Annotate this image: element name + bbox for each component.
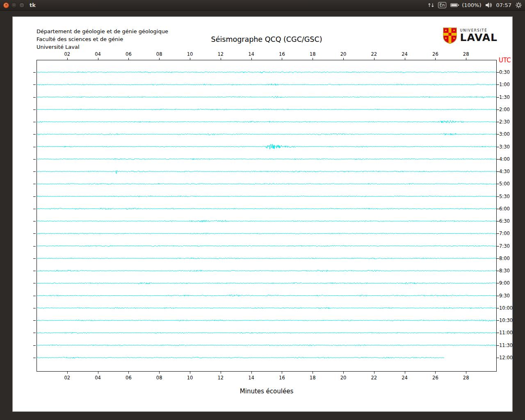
seismogram-trace-row (37, 245, 496, 247)
x-tick-label-bottom: 14 (245, 375, 258, 381)
row-tick-left (33, 171, 36, 172)
page-title: Séismographe QCQ (CGC/GSC) (37, 35, 497, 43)
row-tick-left (33, 283, 36, 283)
window-maximize-button[interactable]: ▢ (19, 2, 25, 8)
row-tick-left (33, 233, 36, 234)
row-tick-right (497, 196, 499, 197)
seismogram-trace-row (37, 258, 496, 259)
row-tick-right (497, 358, 499, 358)
battery-percent-label: (100%) (462, 2, 481, 8)
row-tick-right (497, 283, 499, 283)
row-tick-left (33, 159, 36, 160)
x-tick-mark-top (374, 58, 374, 60)
x-tick-mark-bottom (190, 372, 190, 374)
row-tick-left (33, 147, 36, 147)
institution-line-1: Département de géologie et de génie géol… (37, 27, 168, 35)
x-tick-mark-bottom (67, 372, 68, 374)
x-tick-label-top: 06 (122, 51, 135, 57)
x-tick-label-bottom: 18 (306, 375, 319, 381)
battery-icon[interactable] (450, 3, 458, 7)
seismogram-trace-row (37, 220, 496, 222)
row-tick-right (497, 122, 499, 122)
row-tick-left (33, 110, 36, 110)
row-tick-left (33, 209, 36, 209)
utc-row-label: 5:00 (499, 181, 518, 187)
row-tick-right (497, 147, 499, 147)
seismogram-trace-row (37, 332, 496, 333)
x-tick-label-bottom: 16 (276, 375, 288, 381)
x-tick-label-bottom: 06 (122, 375, 135, 381)
x-tick-mark-top (251, 58, 252, 60)
x-tick-mark-top (159, 58, 160, 60)
row-tick-right (497, 296, 499, 296)
x-tick-label-bottom: 12 (215, 375, 227, 381)
row-tick-left (33, 134, 36, 135)
x-tick-label-bottom: 02 (61, 375, 73, 381)
seismogram-traces (37, 60, 497, 372)
row-tick-right (497, 97, 499, 98)
row-tick-right (497, 159, 499, 160)
network-arrows-icon[interactable]: ↑↓ (427, 2, 434, 8)
institution-line-3: Université Laval (37, 43, 168, 51)
utc-row-label: 3:30 (499, 144, 518, 150)
row-tick-left (33, 122, 36, 122)
row-tick-right (497, 345, 499, 346)
utc-label: UTC (499, 57, 511, 64)
x-tick-mark-bottom (343, 372, 344, 374)
row-tick-right (497, 308, 499, 308)
window-minimize-button[interactable]: – (11, 2, 17, 8)
logo-laval-text: LAVAL (460, 32, 498, 43)
window-close-button[interactable]: ✕ (3, 2, 9, 8)
row-tick-left (33, 258, 36, 259)
x-tick-label-top: 20 (337, 51, 349, 57)
x-tick-mark-top (128, 58, 129, 60)
utc-row-label: 2:30 (499, 119, 518, 125)
clock[interactable]: 07:57 (496, 2, 511, 8)
volume-icon[interactable] (486, 2, 492, 8)
top-panel: ✕ – ▢ tk ↑↓ En (100%) 07:57 (0, 0, 525, 11)
laval-shield-icon (443, 27, 457, 44)
row-tick-right (497, 258, 499, 259)
row-tick-right (497, 84, 499, 85)
keyboard-layout-indicator[interactable]: En (438, 2, 447, 8)
x-tick-label-bottom: 10 (184, 375, 196, 381)
utc-row-label: 1:30 (499, 94, 518, 100)
row-tick-right (497, 72, 499, 73)
utc-row-label: 8:00 (499, 256, 518, 261)
utc-row-label: 7:00 (499, 231, 518, 236)
seismogram-trace-row (37, 170, 496, 173)
seismogram-trace-row (37, 133, 496, 135)
x-tick-mark-bottom (313, 372, 313, 374)
seismogram-trace-row (37, 283, 496, 284)
x-tick-mark-bottom (282, 372, 282, 374)
x-tick-mark-top (282, 58, 282, 60)
seismogram-trace-row (37, 158, 496, 160)
row-tick-left (33, 84, 36, 85)
seismogram-trace-row (37, 196, 496, 197)
row-tick-right (497, 209, 499, 209)
utc-row-label: 4:30 (499, 169, 518, 174)
utc-row-label: 10:30 (499, 317, 518, 323)
x-tick-mark-top (221, 58, 221, 60)
x-tick-label-bottom: 20 (337, 375, 349, 381)
utc-row-label: 6:30 (499, 218, 518, 224)
x-tick-label-bottom: 08 (153, 375, 165, 381)
row-tick-right (497, 233, 499, 234)
utc-row-label: 4:00 (499, 156, 518, 162)
row-tick-right (497, 221, 499, 221)
x-tick-mark-bottom (374, 372, 374, 374)
row-tick-left (33, 358, 36, 358)
gear-icon[interactable] (516, 2, 522, 8)
row-tick-left (33, 333, 36, 333)
x-tick-label-top: 22 (368, 51, 380, 57)
window-title: tk (30, 2, 36, 8)
row-tick-left (33, 320, 36, 321)
x-tick-label-top: 02 (61, 51, 73, 57)
utc-row-label: 1:00 (499, 82, 518, 87)
row-tick-right (497, 184, 499, 184)
x-tick-mark-bottom (405, 372, 405, 374)
seismogram-trace-row (37, 233, 496, 234)
x-tick-label-top: 14 (245, 51, 258, 57)
seismogram-trace-row (37, 307, 496, 309)
universite-laval-logo: UNIVERSITÉ LAVAL (443, 27, 498, 44)
